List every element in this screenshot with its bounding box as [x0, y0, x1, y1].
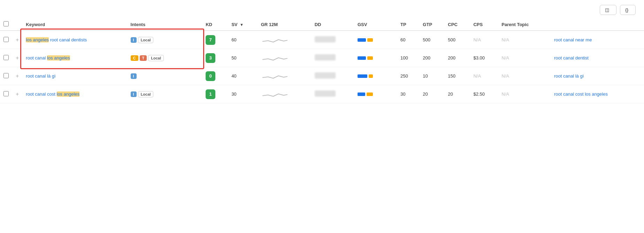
parent-topic-link[interactable]: root canal là gì — [554, 73, 584, 79]
sv-sort-arrow: ▼ — [240, 23, 244, 27]
api-button[interactable]: {} — [620, 5, 636, 15]
th-plus — [12, 18, 22, 31]
gsv-cell: 250 — [397, 67, 419, 85]
cpc-cell: N/A — [470, 31, 498, 49]
th-sv[interactable]: SV ▼ — [228, 18, 258, 31]
th-gtp[interactable]: GTP — [419, 18, 444, 31]
row-checkbox[interactable] — [3, 37, 9, 42]
row-add-btn[interactable]: + — [12, 31, 22, 49]
keyword-link[interactable]: los angeles root canal dentists — [26, 37, 87, 42]
dd-cell — [311, 85, 354, 103]
parent-topic-link[interactable]: root canal near me — [554, 37, 592, 42]
sv-cell: 40 — [228, 67, 258, 85]
th-tp[interactable]: TP — [397, 18, 419, 31]
select-all-checkbox[interactable] — [3, 21, 9, 26]
row-checkbox[interactable] — [3, 55, 9, 60]
intents-cell: I Local — [127, 31, 202, 49]
th-gr12m[interactable]: GR 12M — [258, 18, 311, 31]
row-checkbox[interactable] — [3, 91, 9, 96]
keyword-cell: root canal là gì — [22, 67, 127, 85]
keyword-cell: root canal cost los angeles — [22, 85, 127, 103]
kd-cell: 0 — [202, 67, 228, 85]
th-kd[interactable]: KD — [202, 18, 228, 31]
top-bar: ◫ {} — [0, 0, 644, 18]
parent-topic-cell: root canal dentist — [551, 49, 644, 67]
dd-cell — [311, 67, 354, 85]
cpc-cell: $3.00 — [470, 49, 498, 67]
table-header: Keyword Intents KD SV ▼ GR 12M DD GSV TP… — [0, 18, 644, 31]
keyword-link[interactable]: root canal là gì — [26, 73, 55, 79]
row-checkbox-cell[interactable] — [0, 85, 12, 103]
row-add-btn[interactable]: + — [12, 67, 22, 85]
gtp-cell: 500 — [444, 31, 470, 49]
gtp-cell: 200 — [444, 49, 470, 67]
kd-cell: 7 — [202, 31, 228, 49]
keyword-link[interactable]: root canal cost los angeles — [26, 91, 79, 97]
cpc-cell: N/A — [470, 67, 498, 85]
gr12m-cell — [258, 31, 311, 49]
table-row: + root canal los angeles C T Local 3 50 … — [0, 49, 644, 67]
gr12m-cell — [258, 49, 311, 67]
parent-topic-cell: root canal cost los angeles — [551, 85, 644, 103]
columns-button[interactable]: ◫ — [600, 5, 616, 15]
top-bar-actions: ◫ {} — [600, 5, 636, 15]
row-checkbox-cell[interactable] — [0, 31, 12, 49]
columns-icon: ◫ — [605, 7, 609, 13]
table-row: + los angeles root canal dentists I Loca… — [0, 31, 644, 49]
intents-cell: I — [127, 67, 202, 85]
tp-cell: 500 — [419, 31, 444, 49]
table-row: + root canal cost los angeles I Local 1 … — [0, 85, 644, 103]
select-all-header[interactable] — [0, 18, 12, 31]
sv-cell: 60 — [228, 31, 258, 49]
th-intents[interactable]: Intents — [127, 18, 202, 31]
tp-cell: 20 — [419, 85, 444, 103]
intents-cell: C T Local — [127, 49, 202, 67]
api-icon: {} — [625, 7, 628, 13]
gsv-cell: 30 — [397, 85, 419, 103]
th-cps[interactable]: CPS — [470, 18, 498, 31]
th-gsv[interactable]: GSV — [354, 18, 397, 31]
th-dd[interactable]: DD — [311, 18, 354, 31]
gsv-bar-cell — [354, 67, 397, 85]
row-add-btn[interactable]: + — [12, 85, 22, 103]
intents-cell: I Local — [127, 85, 202, 103]
dd-cell — [311, 31, 354, 49]
keywords-table: Keyword Intents KD SV ▼ GR 12M DD GSV TP… — [0, 18, 644, 103]
parent-topic-link[interactable]: root canal cost los angeles — [554, 91, 608, 97]
row-checkbox-cell[interactable] — [0, 49, 12, 67]
gtp-cell: 150 — [444, 67, 470, 85]
th-keyword[interactable]: Keyword — [22, 18, 127, 31]
table-body: + los angeles root canal dentists I Loca… — [0, 31, 644, 103]
th-cpc[interactable]: CPC — [444, 18, 470, 31]
parent-topic-cell: root canal near me — [551, 31, 644, 49]
row-checkbox[interactable] — [3, 73, 9, 78]
keyword-cell: los angeles root canal dentists — [22, 31, 127, 49]
cpc-cell: $2.50 — [470, 85, 498, 103]
gsv-bar-cell — [354, 49, 397, 67]
row-checkbox-cell[interactable] — [0, 67, 12, 85]
gr12m-cell — [258, 67, 311, 85]
table-row: + root canal là gì I 0 40 250 10 150 N/A… — [0, 67, 644, 85]
kd-cell: 3 — [202, 49, 228, 67]
dd-cell — [311, 49, 354, 67]
gtp-cell: 20 — [444, 85, 470, 103]
sv-cell: 50 — [228, 49, 258, 67]
parent-topic-cell: root canal là gì — [551, 67, 644, 85]
cps-cell: N/A — [498, 67, 551, 85]
cps-cell: N/A — [498, 49, 551, 67]
tp-cell: 10 — [419, 67, 444, 85]
kd-cell: 1 — [202, 85, 228, 103]
keyword-cell: root canal los angeles — [22, 49, 127, 67]
gsv-bar-cell — [354, 85, 397, 103]
gr12m-cell — [258, 85, 311, 103]
sv-cell: 30 — [228, 85, 258, 103]
gsv-bar-cell — [354, 31, 397, 49]
keyword-link[interactable]: root canal los angeles — [26, 55, 70, 61]
row-add-btn[interactable]: + — [12, 49, 22, 67]
th-parent-topic[interactable]: Parent Topic — [498, 18, 551, 31]
cps-cell: N/A — [498, 85, 551, 103]
gsv-cell: 60 — [397, 31, 419, 49]
keywords-table-wrap: Keyword Intents KD SV ▼ GR 12M DD GSV TP… — [0, 18, 644, 103]
gsv-cell: 100 — [397, 49, 419, 67]
parent-topic-link[interactable]: root canal dentist — [554, 55, 589, 61]
